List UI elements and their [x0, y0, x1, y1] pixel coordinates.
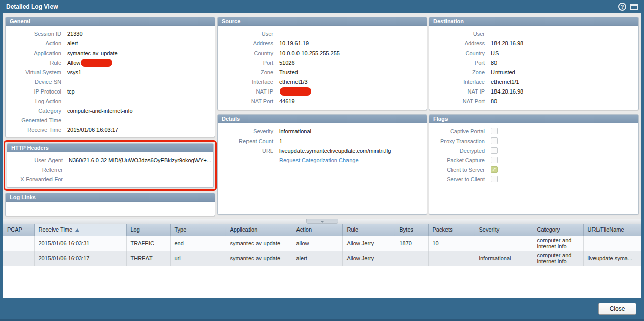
column-header[interactable]: URL/FileName [583, 224, 641, 236]
field-row: Repeat Count1 [218, 136, 427, 146]
field-row: Port80 [429, 58, 638, 67]
table-cell: computer-and-internet-info [533, 251, 583, 266]
column-header[interactable]: Log [126, 224, 170, 236]
field-row: Request Categorization Change [218, 155, 427, 165]
field-value: tcp [67, 88, 75, 95]
panel-flags-body: Captive PortalProxy TransactionDecrypted… [429, 123, 638, 184]
flag-label: Server to Client [429, 176, 491, 182]
panel-http-headers: HTTP Headers User-AgentN360/21.6.0.32 MI… [7, 143, 214, 188]
table-row[interactable]: 2015/01/06 16:03:17THREATurlsymantec-av-… [3, 251, 641, 266]
field-value: ethernet1/3 [279, 79, 308, 85]
flag-checkbox [491, 147, 498, 154]
field-label: NAT IP [429, 88, 491, 95]
panel-details-body: SeverityinformationalRepeat Count1URLliv… [218, 123, 427, 165]
field-row: X-Forwarded-For [7, 174, 213, 184]
field-row: Country10.0.0.0-10.255.255.255 [218, 48, 427, 58]
field-row: Virtual Systemvsys1 [6, 67, 215, 77]
flag-row: Client to Server✓ [429, 165, 638, 174]
table-cell [395, 251, 428, 266]
titlebar-icons: ? [618, 3, 644, 11]
field-label: Action [6, 40, 67, 47]
table-cell: TRAFFIC [126, 236, 170, 251]
field-row: Interfaceethernet1/1 [429, 77, 638, 86]
help-icon[interactable]: ? [618, 3, 626, 11]
panel-source: Source UserAddress10.19.61.19Country10.0… [217, 17, 427, 110]
column-header[interactable]: Type [170, 224, 226, 236]
field-label: IP Protocol [6, 88, 67, 95]
dialog-footer: Close [0, 298, 644, 321]
field-value: 1 [279, 138, 282, 144]
field-value: Allow [67, 59, 112, 67]
column-header[interactable]: Category [533, 224, 583, 236]
column-header[interactable]: PCAP [3, 224, 34, 236]
flag-label: Captive Portal [429, 128, 491, 134]
table-cell [583, 236, 641, 251]
field-label: Address [429, 40, 491, 47]
field-value: liveupdate.symantecliveupdate.com/minitr… [279, 148, 391, 154]
flag-row: Server to Client [429, 174, 638, 184]
field-row: Port51026 [218, 58, 427, 67]
table-cell: alert [292, 251, 342, 266]
redaction-mark [81, 59, 112, 67]
field-label: Referrer [7, 167, 69, 173]
field-value: symantec-av-update [67, 50, 118, 56]
panel-destination: Destination UserAddress184.28.16.98Count… [429, 17, 639, 110]
field-label: NAT IP [218, 88, 279, 95]
table-row[interactable]: 2015/01/06 16:03:31TRAFFICendsymantec-av… [3, 236, 641, 251]
flag-row: Packet Capture [429, 155, 638, 165]
field-value: N360/21.6.0.32 MID/{UuWO3dzs6OyEBklzyr9o… [69, 157, 211, 163]
flag-checkbox [491, 176, 498, 182]
flag-checkbox [491, 137, 498, 144]
field-row: Actionalert [6, 38, 215, 48]
column-header[interactable]: Rule [342, 224, 395, 236]
field-value: 51026 [279, 60, 295, 66]
field-value: informational [279, 128, 311, 134]
field-value: vsys1 [67, 69, 81, 75]
flag-checkbox [491, 157, 498, 163]
field-row: Log Action [6, 96, 215, 106]
flag-label: Packet Capture [429, 157, 491, 163]
flag-label: Proxy Transaction [429, 138, 491, 144]
panel-flags: Flags Captive PortalProxy TransactionDec… [429, 114, 639, 215]
table-cell: symantec-av-update [226, 251, 292, 266]
table-cell: Allow Jerry [342, 236, 395, 251]
column-header[interactable]: Action [292, 224, 342, 236]
table-cell: 1870 [395, 236, 428, 251]
restore-window-icon[interactable] [630, 4, 638, 10]
panel-destination-header: Destination [429, 17, 638, 26]
table-cell [475, 236, 533, 251]
field-value [279, 87, 311, 96]
column-header[interactable]: Packets [428, 224, 475, 236]
field-label: Interface [218, 79, 279, 85]
flag-label: Client to Server [429, 167, 491, 173]
table-cell: computer-and-internet-info [533, 236, 583, 251]
field-row: User [429, 29, 638, 38]
table-cell [3, 251, 34, 266]
table-cell [428, 251, 475, 266]
panel-details: Details SeverityinformationalRepeat Coun… [217, 114, 427, 215]
field-label: Interface [429, 79, 491, 85]
field-row: User [218, 29, 427, 38]
panel-log-links-body [6, 202, 215, 205]
flag-checkbox: ✓ [491, 166, 498, 173]
field-value: 80 [491, 98, 497, 104]
close-button[interactable]: Close [598, 303, 636, 315]
splitter-collapse-handle[interactable] [306, 219, 338, 224]
field-label: Category [6, 108, 67, 114]
table-cell: url [170, 251, 226, 266]
column-header[interactable]: Application [226, 224, 292, 236]
field-value: ethernet1/1 [491, 79, 519, 85]
panel-log-links: Log Links [5, 193, 215, 216]
field-row: NAT Port80 [429, 96, 638, 106]
field-value: 21330 [67, 31, 83, 37]
dialog-titlebar: Detailed Log View ? [0, 0, 644, 13]
column-header[interactable]: Severity [475, 224, 533, 236]
column-header[interactable]: Bytes [395, 224, 428, 236]
table-cell: 2015/01/06 16:03:17 [34, 251, 126, 266]
field-value: Trusted [279, 69, 298, 75]
redaction-mark [280, 87, 311, 96]
field-row: Categorycomputer-and-internet-info [6, 106, 215, 115]
request-categorization-change-link[interactable]: Request Categorization Change [279, 157, 359, 163]
column-header[interactable]: Receive Time [34, 224, 126, 236]
field-label: Session ID [6, 31, 67, 37]
